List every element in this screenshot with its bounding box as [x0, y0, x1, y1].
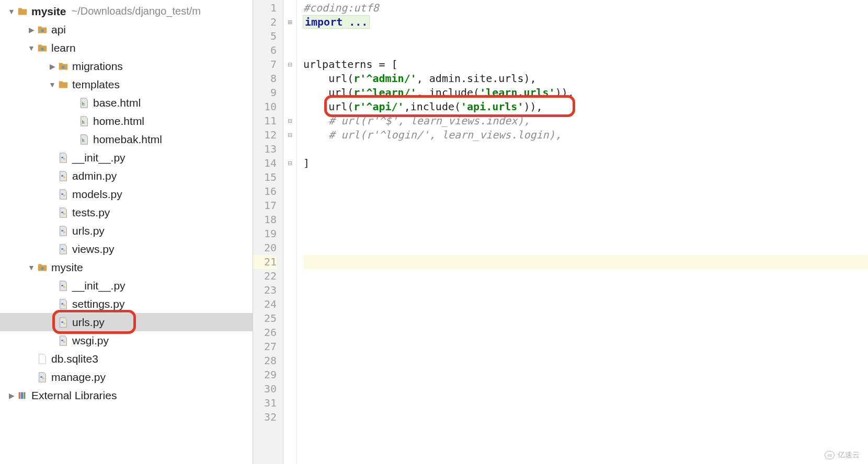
tree-item-learn[interactable]: ▼learn — [0, 39, 253, 57]
pkg-icon — [37, 24, 48, 36]
svg-rect-9 — [24, 392, 26, 399]
chevron-down-icon[interactable]: ▼ — [47, 80, 58, 89]
chevron-right-icon[interactable]: ▶ — [6, 391, 17, 400]
code-line-5[interactable] — [303, 29, 868, 43]
svg-rect-7 — [19, 392, 21, 399]
tree-item-mysite[interactable]: ▼mysite — [0, 258, 253, 276]
code-line-11[interactable]: # url(r'^$', learn_views.index), — [303, 114, 868, 128]
tree-item-migrations[interactable]: ▶migrations — [0, 57, 253, 75]
code-line-22[interactable] — [303, 269, 868, 283]
tree-item-settings-py[interactable]: ·settings.py — [0, 295, 253, 313]
code-line-21[interactable] — [303, 255, 868, 269]
code-segment: r'^api/' — [353, 100, 404, 113]
code-line-19[interactable] — [303, 227, 868, 241]
code-line-29[interactable] — [303, 368, 868, 382]
code-line-10[interactable]: url(r'^api/',include('api.urls')), — [303, 100, 868, 114]
code-segment: #coding:utf8 — [303, 2, 379, 14]
tree-item-label: urls.py — [72, 316, 105, 329]
code-line-12[interactable]: # url(r'^login/', learn_views.login), — [303, 128, 868, 142]
code-line-6[interactable] — [303, 43, 868, 57]
tree-item-homebak-html[interactable]: ·hhomebak.html — [0, 130, 253, 148]
code-line-28[interactable] — [303, 354, 868, 368]
tree-item-templates[interactable]: ▼templates — [0, 75, 253, 94]
tree-item-api[interactable]: ▶api — [0, 20, 253, 39]
tree-item-tests-py[interactable]: ·tests.py — [0, 203, 253, 222]
tree-item-views-py[interactable]: ·views.py — [0, 240, 253, 258]
fold-marker — [283, 86, 296, 100]
code-line-27[interactable] — [303, 340, 868, 354]
code-line-14[interactable]: ] — [303, 156, 868, 170]
tree-item-external-libraries[interactable]: ▶External Libraries — [0, 386, 253, 404]
tree-item-wsgi-py[interactable]: ·wsgi.py — [0, 331, 253, 350]
fold-marker — [283, 354, 296, 368]
fold-marker[interactable]: ⊟ — [283, 156, 296, 170]
line-number: 10 — [253, 100, 277, 114]
tree-item-urls-py[interactable]: ·urls.py — [0, 313, 253, 331]
pkg-icon — [37, 42, 48, 54]
editor-fold-column[interactable]: ⊞⊟⊟⊟⊟ — [283, 0, 297, 464]
code-line-16[interactable] — [303, 184, 868, 199]
tree-item-home-html[interactable]: ·hhome.html — [0, 112, 253, 130]
tree-item-label: migrations — [72, 60, 123, 73]
tree-item-mysite[interactable]: ▼mysite~/Downloads/django_test/m — [0, 2, 253, 20]
code-editor[interactable]: 1256789101112131415161718192021222324252… — [253, 0, 868, 464]
tree-item-base-html[interactable]: ·hbase.html — [0, 94, 253, 112]
code-line-23[interactable] — [303, 283, 868, 297]
code-line-17[interactable] — [303, 199, 868, 213]
code-line-1[interactable]: #coding:utf8 — [303, 1, 868, 15]
tree-item-label: homebak.html — [93, 133, 162, 146]
fold-marker[interactable]: ⊟ — [283, 114, 296, 128]
line-number: 6 — [253, 43, 277, 57]
code-line-9[interactable]: url(r'^learn/', include('learn.urls')), — [303, 86, 868, 100]
code-line-26[interactable] — [303, 326, 868, 340]
line-number: 20 — [253, 241, 277, 255]
fold-marker[interactable]: ⊟ — [283, 128, 296, 142]
project-tree[interactable]: ▼mysite~/Downloads/django_test/m▶api▼lea… — [0, 2, 253, 404]
code-segment: ] — [303, 157, 310, 169]
tree-item-label: base.html — [93, 97, 141, 109]
code-line-8[interactable]: url(r'^admin/', admin.site.urls), — [303, 72, 868, 86]
tree-item-manage-py[interactable]: ·manage.py — [0, 368, 253, 386]
fold-marker[interactable]: ⊟ — [283, 57, 296, 72]
file-icon — [37, 353, 48, 365]
code-line-24[interactable] — [303, 297, 868, 311]
code-line-20[interactable] — [303, 241, 868, 255]
tree-item-admin-py[interactable]: ·admin.py — [0, 167, 253, 185]
line-number: 23 — [253, 283, 277, 297]
line-number: 21 — [253, 255, 277, 269]
code-line-18[interactable] — [303, 213, 868, 227]
code-line-7[interactable]: urlpatterns = [ — [303, 57, 868, 72]
tree-item-models-py[interactable]: ·models.py — [0, 185, 253, 203]
chevron-right-icon[interactable]: ▶ — [26, 26, 37, 34]
code-line-31[interactable] — [303, 396, 868, 410]
tree-item-urls-py[interactable]: ·urls.py — [0, 222, 253, 240]
tree-item-label: settings.py — [72, 298, 124, 310]
svg-rect-8 — [21, 392, 23, 399]
code-line-13[interactable] — [303, 142, 868, 156]
tree-item--init-py[interactable]: ·__init__.py — [0, 148, 253, 167]
folder-root-icon — [17, 6, 28, 17]
code-line-15[interactable] — [303, 170, 868, 184]
py-icon — [58, 152, 69, 164]
line-number: 29 — [253, 368, 277, 382]
code-line-30[interactable] — [303, 382, 868, 396]
chevron-down-icon[interactable]: ▼ — [6, 7, 17, 16]
line-number: 14 — [253, 156, 277, 170]
editor-code-area[interactable]: #coding:utf8import ...urlpatterns = [ ur… — [297, 0, 868, 464]
chevron-down-icon[interactable]: ▼ — [26, 263, 37, 272]
code-line-25[interactable] — [303, 311, 868, 326]
pkg-icon — [58, 61, 69, 72]
line-number: 32 — [253, 410, 277, 424]
line-number: 11 — [253, 114, 277, 128]
tree-item-db-sqlite3[interactable]: ·db.sqlite3 — [0, 350, 253, 368]
fold-marker — [283, 170, 296, 184]
chevron-right-icon[interactable]: ▶ — [47, 62, 58, 71]
code-line-2[interactable]: import ... — [303, 15, 868, 29]
code-line-32[interactable] — [303, 410, 868, 424]
fold-marker[interactable]: ⊞ — [283, 15, 296, 29]
chevron-down-icon[interactable]: ▼ — [26, 44, 37, 52]
project-sidebar[interactable]: ▼mysite~/Downloads/django_test/m▶api▼lea… — [0, 0, 253, 464]
tree-item-label: wsgi.py — [72, 334, 109, 347]
tree-item--init-py[interactable]: ·__init__.py — [0, 276, 253, 295]
svg-point-6 — [41, 267, 44, 270]
